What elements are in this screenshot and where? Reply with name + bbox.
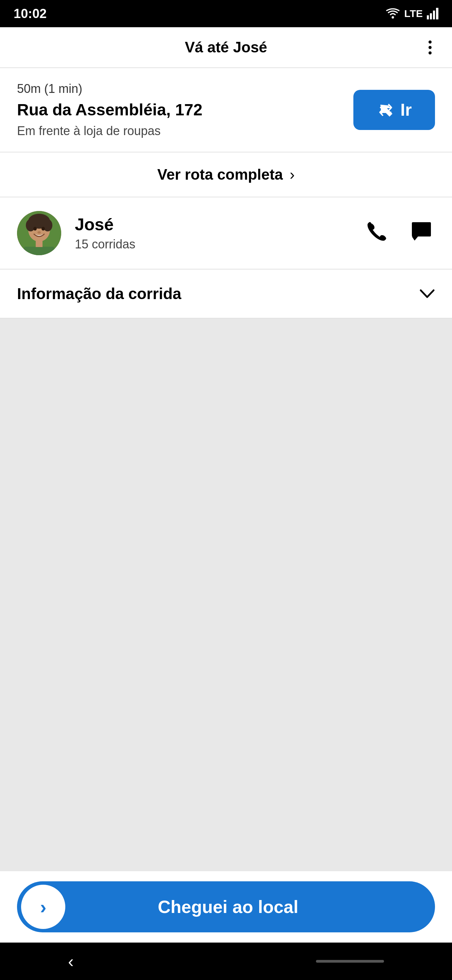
app-content: Vá até José 50m (1 min) Rua da Assembléi… xyxy=(0,27,452,943)
navigation-icon xyxy=(376,101,395,119)
svg-rect-1 xyxy=(427,15,429,19)
map-area xyxy=(0,318,452,871)
dot-1 xyxy=(428,40,431,43)
status-time: 10:02 xyxy=(14,6,47,21)
bottom-section: › Cheguei ao local xyxy=(0,871,452,943)
view-full-route-button[interactable]: Ver rota completa › xyxy=(0,153,452,197)
arrived-button-label: Cheguei ao local xyxy=(65,897,391,917)
arrived-button[interactable]: › Cheguei ao local xyxy=(17,881,435,932)
more-options-button[interactable] xyxy=(425,37,435,58)
go-button[interactable]: Ir xyxy=(354,90,435,130)
go-button-label: Ir xyxy=(400,100,412,120)
arrived-chevron-icon: › xyxy=(40,896,47,918)
route-address: Rua da Assembléia, 172 xyxy=(17,100,340,120)
svg-rect-4 xyxy=(436,8,438,19)
page-title: Vá até José xyxy=(185,39,267,56)
lte-label: LTE xyxy=(404,8,423,19)
svg-rect-17 xyxy=(412,222,431,237)
signal-icon xyxy=(427,8,438,19)
rider-actions xyxy=(363,218,435,249)
header: Vá até José xyxy=(0,27,452,68)
dot-3 xyxy=(428,51,431,54)
avatar xyxy=(17,211,61,255)
chevron-right-icon: › xyxy=(290,166,295,183)
back-button[interactable]: ‹ xyxy=(68,951,74,971)
rider-info-section: José 15 corridas xyxy=(0,197,452,269)
svg-rect-15 xyxy=(24,247,54,255)
svg-rect-2 xyxy=(430,13,432,19)
route-link-text: Ver rota completa xyxy=(157,166,283,183)
rider-name: José xyxy=(75,215,350,234)
route-info-section: 50m (1 min) Rua da Assembléia, 172 Em fr… xyxy=(0,68,452,153)
arrived-chevron-circle: › xyxy=(21,885,65,929)
route-landmark: Em frente à loja de roupas xyxy=(17,124,340,138)
svg-point-14 xyxy=(37,231,41,234)
ride-info-accordion[interactable]: Informação da corrida xyxy=(0,269,452,318)
svg-point-12 xyxy=(33,227,37,231)
route-time-distance: 50m (1 min) xyxy=(17,82,340,96)
svg-rect-3 xyxy=(433,11,435,19)
chevron-down-icon xyxy=(419,285,435,303)
message-icon xyxy=(411,224,431,245)
navigation-bar: ‹ xyxy=(0,943,452,980)
svg-rect-16 xyxy=(36,241,43,247)
ride-info-label: Informação da corrida xyxy=(17,285,181,303)
route-details: 50m (1 min) Rua da Assembléia, 172 Em fr… xyxy=(17,82,340,138)
rider-name-info: José 15 corridas xyxy=(75,215,350,251)
svg-point-0 xyxy=(392,16,394,19)
svg-rect-5 xyxy=(380,107,392,108)
svg-rect-6 xyxy=(380,111,392,113)
message-button[interactable] xyxy=(408,218,435,249)
dot-2 xyxy=(428,46,431,49)
wifi-icon xyxy=(385,8,400,19)
svg-point-13 xyxy=(41,227,45,231)
svg-marker-18 xyxy=(412,237,418,240)
status-bar: 10:02 LTE xyxy=(0,0,452,27)
phone-icon xyxy=(367,224,387,245)
home-indicator[interactable] xyxy=(316,960,384,963)
rider-rides-count: 15 corridas xyxy=(75,237,350,251)
status-icons: LTE xyxy=(385,8,438,19)
call-button[interactable] xyxy=(363,218,391,249)
